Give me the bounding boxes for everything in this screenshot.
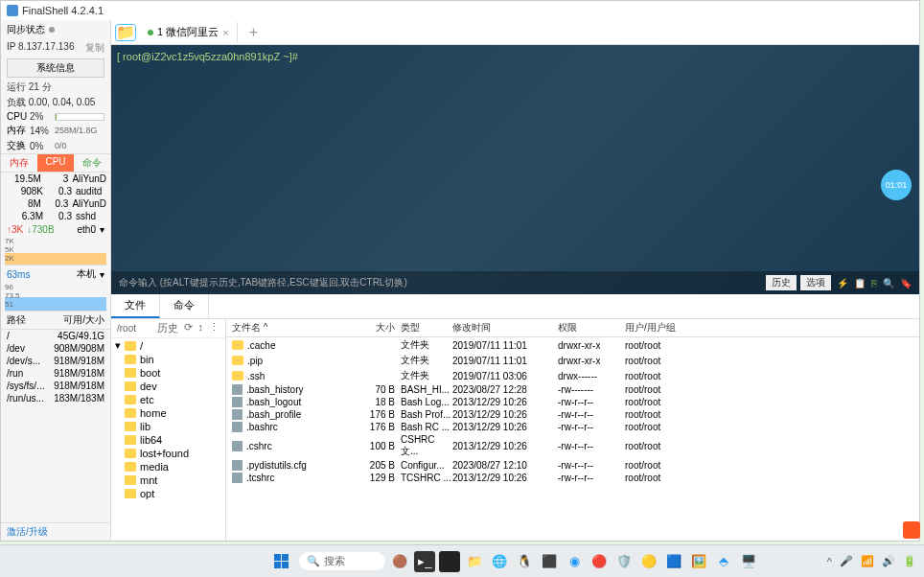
tray-volume-icon[interactable]: 🔊 [882, 555, 895, 567]
tray-battery-icon[interactable]: 🔋 [903, 555, 916, 567]
history-button[interactable]: 历史 [766, 275, 797, 290]
file-row[interactable]: .cshrc100 BCSHRC 文...2013/12/29 10:26-rw… [226, 433, 919, 459]
load-avg: 负载 0.00, 0.04, 0.05 [1, 95, 110, 110]
menu-icon[interactable]: ⋮ [209, 321, 219, 335]
file-row[interactable]: .bash_history70 BBASH_HI...2023/08/27 12… [226, 383, 919, 396]
task-app-4[interactable]: 🟡 [638, 551, 659, 572]
tray-wifi-icon[interactable]: 📶 [861, 555, 874, 567]
file-row[interactable]: .pydistutils.cfg205 BConfigur...2023/08/… [226, 459, 919, 472]
tab-files[interactable]: 文件 [111, 294, 160, 318]
tree-item[interactable]: lib64 [111, 433, 225, 447]
tree-item[interactable]: lib [111, 420, 225, 433]
task-qq[interactable]: 🐧 [514, 551, 535, 572]
option-button[interactable]: 选项 [800, 275, 831, 290]
search-icon[interactable]: 🔍 [883, 278, 894, 288]
file-row[interactable]: .bash_logout18 BBash Log...2013/12/29 10… [226, 396, 919, 408]
terminal[interactable]: [ root@iZ2vc1z5vq5zza0hn891kpZ ~]# 01:01… [111, 45, 919, 294]
tab-cmd[interactable]: 命令 [74, 154, 110, 172]
tree-item[interactable]: dev [111, 380, 225, 393]
process-row[interactable]: 6.3M0.3sshd [1, 210, 110, 222]
app-window: FinalShell 4.2.4.1 同步状态 IP 8.137.17.136 … [0, 0, 920, 542]
task-cmd[interactable] [439, 551, 460, 572]
activate-link[interactable]: 激活/升级 [1, 522, 110, 541]
dropdown-icon[interactable]: ▾ [100, 269, 104, 280]
file-row[interactable]: .pip文件夹2019/07/11 11:01drwxr-xr-xroot/ro… [226, 353, 919, 368]
tab-commands[interactable]: 命令 [160, 294, 209, 318]
refresh-icon[interactable]: ⟳ [184, 321, 193, 335]
network-row: ↑3K ↓730B eth0 ▾ [1, 222, 110, 237]
folder-icon [232, 356, 243, 365]
add-tab-button[interactable]: + [242, 24, 266, 41]
folder-icon [125, 462, 136, 472]
bolt-icon[interactable]: ⚡ [837, 278, 848, 288]
tree-root[interactable]: ▾ / [111, 338, 225, 353]
start-button[interactable] [266, 550, 295, 573]
folder-icon [125, 422, 136, 431]
folder-icon [125, 341, 136, 351]
disk-row: /sys/fs/...918M/918M [1, 380, 110, 392]
system-info-button[interactable]: 系统信息 [7, 58, 104, 78]
file-row[interactable]: .tcshrc129 BTCSHRC ...2013/12/29 10:26-r… [226, 472, 919, 484]
swap-metric: 交换 0% 0/0 [1, 138, 110, 153]
process-row[interactable]: 19.5M3AliYunD [1, 173, 110, 185]
task-app-6[interactable]: 🖼️ [688, 551, 709, 572]
file-row[interactable]: .bashrc176 BBash RC ...2013/12/29 10:26-… [226, 421, 919, 433]
tree-item[interactable]: mnt [111, 473, 225, 487]
copy-link[interactable]: 复制 [85, 41, 104, 55]
task-vscode[interactable]: ⬘ [713, 551, 734, 572]
tree-item[interactable]: etc [111, 393, 225, 406]
file-icon [232, 460, 243, 471]
task-app-1[interactable]: 🟤 [389, 551, 410, 572]
session-tab[interactable]: 1 微信阿里云 × [140, 22, 238, 42]
close-icon[interactable]: × [222, 27, 228, 38]
col-perm[interactable]: 权限 [558, 321, 625, 335]
col-type[interactable]: 类型 [395, 321, 452, 335]
tree-item[interactable]: bin [111, 353, 225, 366]
process-row[interactable]: 8M0.3AliYunD [1, 197, 110, 210]
task-edge[interactable]: 🌐 [489, 551, 510, 572]
sync-dot-icon [49, 27, 55, 33]
tab-mem[interactable]: 内存 [1, 154, 37, 172]
col-size[interactable]: 大小 [347, 321, 395, 335]
bookmark-icon[interactable]: 🔖 [900, 278, 912, 288]
col-name[interactable]: 文件名 ^ [232, 321, 347, 335]
process-row[interactable]: 908K0.3auditd [1, 185, 110, 197]
cmd-input-hint[interactable]: 命令输入 (按ALT键提示历史,TAB键路径,ESC键返回,双击CTRL切换) [119, 276, 766, 289]
tree-item[interactable]: media [111, 460, 225, 473]
ip-row: IP 8.137.17.136 复制 [1, 39, 110, 57]
tree-item[interactable]: opt [111, 487, 225, 500]
file-row[interactable]: .ssh文件夹2019/07/11 03:06drwx------root/ro… [226, 368, 919, 383]
tree-item[interactable]: lost+found [111, 447, 225, 460]
disk-row: /45G/49.1G [1, 330, 110, 342]
tab-cpu[interactable]: CPU [37, 154, 74, 172]
task-app-3[interactable]: ◉ [564, 551, 585, 572]
file-icon [232, 397, 243, 407]
right-panel: 📁 1 微信阿里云 × + [ root@iZ2vc1z5vq5zza0hn89… [111, 20, 919, 541]
task-finalshell[interactable]: 🖥️ [738, 551, 759, 572]
open-folder-button[interactable]: 📁 [115, 24, 136, 41]
tray-mic-icon[interactable]: 🎤 [840, 555, 853, 567]
tree-item[interactable]: boot [111, 366, 225, 380]
col-date[interactable]: 修改时间 [452, 321, 558, 335]
app-title: FinalShell 4.2.4.1 [22, 5, 104, 16]
notification-badge[interactable] [903, 521, 920, 539]
copy-icon[interactable]: ⎘ [871, 278, 877, 288]
task-chrome[interactable]: 🔴 [589, 551, 610, 572]
tree-hist[interactable]: 历史 [157, 321, 178, 335]
folder-icon [125, 368, 136, 378]
tray-chevron-icon[interactable]: ^ [827, 556, 832, 567]
task-shield[interactable]: 🛡️ [613, 551, 635, 572]
task-app-2[interactable]: ⬛ [539, 551, 560, 572]
sync-icon[interactable]: ↕ [198, 321, 204, 335]
file-row[interactable]: .cache文件夹2019/07/11 11:01drwxr-xr-xroot/… [226, 337, 919, 353]
disk-row: /run/us...183M/183M [1, 392, 110, 404]
task-explorer[interactable]: 📁 [464, 551, 485, 572]
file-row[interactable]: .bash_profile176 BBash Prof...2013/12/29… [226, 408, 919, 421]
clipboard-icon[interactable]: 📋 [854, 278, 866, 288]
taskbar-search[interactable]: 🔍 搜索 [299, 552, 385, 570]
dropdown-icon[interactable]: ▾ [100, 224, 104, 235]
task-terminal[interactable]: ▸_ [414, 551, 435, 572]
task-app-5[interactable]: 🟦 [663, 551, 684, 572]
tree-item[interactable]: home [111, 406, 225, 420]
col-owner[interactable]: 用户/用户组 [625, 321, 682, 335]
